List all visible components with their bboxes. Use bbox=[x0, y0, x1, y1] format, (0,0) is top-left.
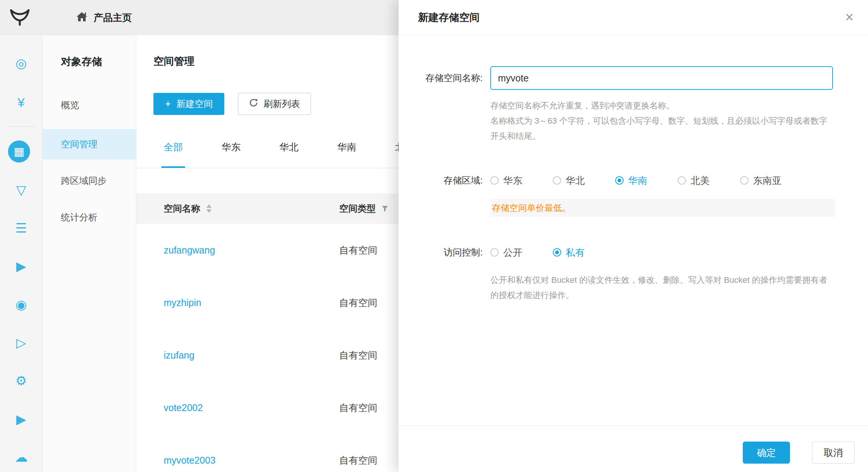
radio-access-private-label: 私有 bbox=[566, 246, 585, 259]
tab-north-china-label: 华北 bbox=[279, 141, 298, 153]
region-price-note: 存储空间单价最低。 bbox=[490, 199, 835, 217]
bucket-name-help-line2: 名称格式为 3～63 个字符，可以包含小写字母、数字、短划线，且必须以小写字母或… bbox=[490, 113, 835, 144]
bucket-name-help: 存储空间名称不允许重复，遇到冲突请更换名称。 名称格式为 3～63 个字符，可以… bbox=[490, 98, 835, 144]
radio-region-north-label: 华北 bbox=[566, 174, 585, 187]
object-storage-glyph: ▦ bbox=[14, 145, 24, 158]
bucket-name-input[interactable] bbox=[490, 66, 833, 90]
radio-region-north-america[interactable]: 北美 bbox=[678, 174, 710, 187]
sidebar: 对象存储 概览 空间管理 跨区域同步 统计分析 bbox=[43, 35, 136, 472]
region-label: 存储区域: bbox=[418, 171, 483, 190]
live-icon[interactable]: ▶ bbox=[0, 408, 42, 431]
screen: 产品主页 ◎ ¥ ▦ ▽ ☰ ▶ ◉ ▷ ⚙ ▶ ☁ 对象存储 概览 空间管理 … bbox=[0, 0, 868, 472]
radio-icon bbox=[615, 176, 624, 185]
product-rail: ◎ ¥ ▦ ▽ ☰ ▶ ◉ ▷ ⚙ ▶ ☁ bbox=[0, 35, 43, 472]
refresh-label: 刷新列表 bbox=[263, 98, 300, 110]
tab-east-china-label: 华东 bbox=[222, 141, 241, 153]
cloud-icon[interactable]: ☁ bbox=[0, 446, 42, 469]
drawer-title: 新建存储空间 bbox=[418, 0, 480, 35]
bucket-type: 自有空间 bbox=[339, 297, 377, 309]
video-icon[interactable]: ▶ bbox=[0, 255, 42, 277]
bucket-type: 自有空间 bbox=[339, 244, 377, 257]
filter-icon[interactable] bbox=[382, 206, 388, 212]
product-home-label: 产品主页 bbox=[94, 11, 132, 24]
pipeline-icon[interactable]: ⚙ bbox=[0, 369, 42, 392]
sort-icon[interactable] bbox=[206, 204, 212, 213]
rail-divider bbox=[8, 126, 35, 127]
radio-region-east[interactable]: 华东 bbox=[490, 174, 522, 187]
new-bucket-drawer: 新建存储空间 × 存储空间名称: 存储空间名称不允许重复，遇到冲突请更换名称。 … bbox=[399, 0, 868, 472]
column-space-type: 空间类型 bbox=[339, 193, 388, 224]
radio-icon bbox=[553, 176, 561, 185]
finance-icon[interactable]: ¥ bbox=[0, 91, 42, 114]
confirm-button[interactable]: 确定 bbox=[743, 442, 790, 464]
access-radio-group: 公开 私有 bbox=[490, 243, 585, 262]
bucket-type: 自有空间 bbox=[339, 402, 377, 414]
sidebar-item-space-management[interactable]: 空间管理 bbox=[43, 129, 136, 159]
refresh-icon bbox=[249, 98, 258, 110]
radio-icon bbox=[490, 248, 499, 257]
tab-all-label: 全部 bbox=[164, 141, 183, 153]
overview-icon[interactable]: ◎ bbox=[0, 52, 42, 75]
page-title: 空间管理 bbox=[153, 50, 195, 72]
toolbar: + 新建空间 刷新列表 bbox=[153, 93, 311, 115]
access-label: 访问控制: bbox=[418, 243, 483, 262]
radio-region-north-america-label: 北美 bbox=[691, 174, 710, 187]
bucket-name-link[interactable]: vote2002 bbox=[164, 402, 203, 413]
cdn-icon[interactable]: ▽ bbox=[0, 179, 42, 201]
product-home-link[interactable]: 产品主页 bbox=[76, 0, 132, 35]
refresh-list-button[interactable]: 刷新列表 bbox=[238, 93, 311, 115]
sidebar-item-cross-region-sync[interactable]: 跨区域同步 bbox=[43, 166, 136, 196]
radio-icon bbox=[490, 176, 499, 185]
drawer-footer: 确定 取消 bbox=[399, 426, 868, 472]
radio-icon bbox=[678, 176, 686, 185]
bucket-type: 自有空间 bbox=[339, 454, 377, 467]
home-icon bbox=[76, 11, 88, 24]
sidebar-title: 对象存储 bbox=[61, 51, 102, 72]
database-icon[interactable]: ☰ bbox=[0, 217, 42, 239]
tab-north-china[interactable]: 华北 bbox=[277, 126, 301, 168]
access-help: 公开和私有仅对 Bucket 的读文件生效，修改、删除、写入等对 Bucket … bbox=[490, 273, 835, 303]
bucket-name-link[interactable]: myvote2003 bbox=[164, 455, 215, 466]
bucket-name-help-line1: 存储空间名称不允许重复，遇到冲突请更换名称。 bbox=[490, 98, 835, 113]
radio-region-east-label: 华东 bbox=[503, 174, 522, 187]
column-space-name: 空间名称 bbox=[164, 193, 212, 224]
new-space-button[interactable]: + 新建空间 bbox=[153, 93, 224, 115]
bucket-name-link[interactable]: izufang bbox=[164, 350, 195, 361]
qiniu-logo-icon[interactable] bbox=[9, 8, 30, 27]
radio-icon bbox=[740, 176, 748, 185]
bucket-type: 自有空间 bbox=[339, 349, 377, 362]
plus-icon: + bbox=[165, 99, 171, 109]
tab-south-china[interactable]: 华南 bbox=[335, 126, 359, 168]
tab-all[interactable]: 全部 bbox=[161, 126, 185, 168]
cancel-button[interactable]: 取消 bbox=[812, 442, 855, 464]
radio-access-private[interactable]: 私有 bbox=[553, 246, 585, 259]
close-icon[interactable]: × bbox=[840, 8, 858, 27]
column-space-name-label: 空间名称 bbox=[164, 203, 200, 215]
radio-region-south[interactable]: 华南 bbox=[615, 174, 647, 187]
radio-region-southeast-asia-label: 东南亚 bbox=[753, 174, 782, 187]
new-space-label: 新建空间 bbox=[176, 98, 213, 110]
bucket-name-label: 存储空间名称: bbox=[418, 66, 483, 90]
player-icon[interactable]: ▷ bbox=[0, 331, 42, 354]
sidebar-item-overview[interactable]: 概览 bbox=[43, 90, 136, 120]
radio-icon bbox=[553, 248, 561, 257]
sidebar-item-statistics[interactable]: 统计分析 bbox=[43, 202, 136, 233]
radio-region-south-label: 华南 bbox=[628, 174, 647, 187]
radio-region-north[interactable]: 华北 bbox=[553, 174, 585, 187]
drawer-header: 新建存储空间 × bbox=[399, 0, 868, 35]
bucket-name-link[interactable]: zufangwang bbox=[164, 245, 215, 256]
object-storage-icon[interactable]: ▦ bbox=[8, 140, 30, 163]
bucket-name-link[interactable]: myzhipin bbox=[164, 297, 201, 308]
monitor-icon[interactable]: ◉ bbox=[0, 293, 42, 316]
radio-access-public-label: 公开 bbox=[503, 246, 522, 259]
tab-east-china[interactable]: 华东 bbox=[219, 126, 243, 168]
region-radio-group: 华东 华北 华南 北美 东南亚 bbox=[490, 171, 782, 190]
radio-access-public[interactable]: 公开 bbox=[490, 246, 522, 259]
tab-south-china-label: 华南 bbox=[337, 141, 356, 153]
column-space-type-label: 空间类型 bbox=[339, 203, 376, 215]
radio-region-southeast-asia[interactable]: 东南亚 bbox=[740, 174, 782, 187]
